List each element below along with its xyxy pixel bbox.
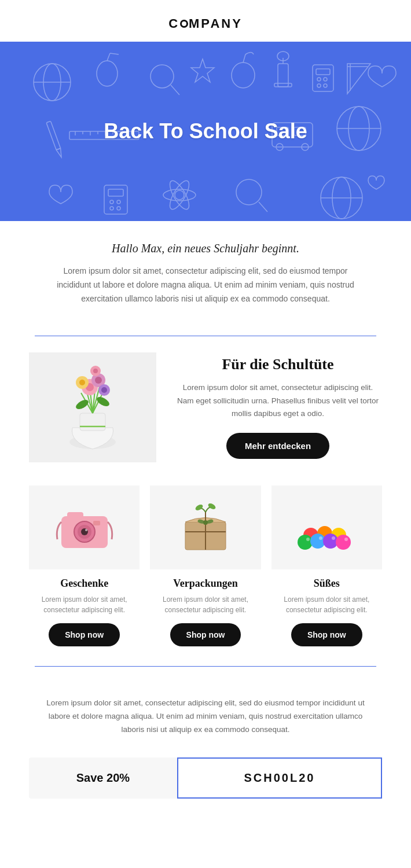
svg-point-97 <box>323 534 338 549</box>
svg-rect-85 <box>93 521 100 525</box>
svg-point-76 <box>101 387 107 393</box>
coupon-section: Save 20% SCH00L20 <box>29 757 382 799</box>
product-card-verpackungen: Verpackungen Lorem ipsum dolor sit amet,… <box>150 486 260 646</box>
products-section: Geschenke Lorem ipsum dolor sit amet, co… <box>0 480 411 652</box>
shop-now-button-verpackungen[interactable]: Shop now <box>170 623 241 646</box>
feature-image <box>29 352 156 462</box>
feature-title: Für die Schultüte <box>174 356 382 373</box>
svg-rect-59 <box>80 413 105 431</box>
hero-title: Back To School Sale <box>104 119 307 144</box>
svg-marker-25 <box>56 148 64 158</box>
svg-rect-24 <box>46 121 61 150</box>
header: CMPANY <box>0 0 411 42</box>
product-desc-verpackungen: Lorem ipsum dolor sit amet, consectetur … <box>150 594 260 615</box>
svg-rect-44 <box>108 189 123 196</box>
company-logo: CMPANY <box>168 16 243 31</box>
feature-content: Für die Schultüte Lorem ipsum dolor sit … <box>174 356 382 459</box>
footer-divider <box>35 666 376 667</box>
svg-rect-80 <box>67 512 83 520</box>
shop-now-button-geschenke[interactable]: Shop now <box>49 623 120 646</box>
flower-vase-icon <box>41 358 145 457</box>
footer-body: Lorem ipsum dolor sit amet, consectetur … <box>46 697 365 737</box>
svg-point-78 <box>93 369 98 373</box>
svg-point-19 <box>317 84 321 87</box>
product-image-geschenke <box>29 486 140 569</box>
product-image-verpackungen <box>150 486 260 569</box>
svg-point-100 <box>319 536 322 540</box>
svg-line-54 <box>259 202 267 212</box>
svg-point-6 <box>151 65 174 88</box>
svg-point-17 <box>317 78 321 81</box>
svg-point-48 <box>117 207 120 210</box>
svg-line-7 <box>171 85 179 95</box>
coupon-code: SCH00L20 <box>177 757 382 799</box>
candy-icon <box>295 496 358 560</box>
svg-point-91 <box>207 502 216 510</box>
shop-now-button-sueszes[interactable]: Shop now <box>291 623 362 646</box>
svg-point-72 <box>95 377 102 384</box>
svg-line-4 <box>107 53 110 61</box>
package-icon <box>174 496 237 560</box>
product-name-geschenke: Geschenke <box>60 578 108 590</box>
svg-point-101 <box>332 536 335 540</box>
hero-banner: Back To School Sale <box>0 42 411 221</box>
svg-point-18 <box>324 78 327 81</box>
svg-point-84 <box>85 529 87 531</box>
mehr-entdecken-button[interactable]: Mehr entdecken <box>226 433 329 459</box>
svg-line-10 <box>243 54 245 62</box>
svg-point-98 <box>336 535 351 550</box>
email-wrapper: CMPANY <box>0 0 411 868</box>
svg-line-5 <box>110 53 119 54</box>
product-image-sueszes <box>271 486 382 569</box>
svg-point-9 <box>232 62 255 88</box>
feature-body: Lorem ipsum dolor sit amet, consectetur … <box>174 381 382 420</box>
feature-section: Für die Schultüte Lorem ipsum dolor sit … <box>0 352 411 480</box>
svg-point-95 <box>298 535 313 550</box>
svg-point-68 <box>96 395 111 408</box>
svg-point-49 <box>175 190 184 200</box>
product-card-geschenke: Geschenke Lorem ipsum dolor sit amet, co… <box>29 486 140 646</box>
svg-point-50 <box>163 189 196 201</box>
svg-rect-16 <box>316 69 330 75</box>
camera-icon <box>53 496 116 560</box>
product-card-sueszes: Süßes Lorem ipsum dolor sit amet, consec… <box>271 486 382 646</box>
svg-marker-8 <box>191 59 214 82</box>
coupon-label: Save 20% <box>29 759 177 797</box>
footer-text-section: Lorem ipsum dolor sit amet, consectetur … <box>0 683 411 742</box>
product-name-sueszes: Süßes <box>314 578 340 590</box>
svg-marker-21 <box>347 64 370 94</box>
svg-point-47 <box>110 207 113 210</box>
svg-rect-12 <box>274 83 292 87</box>
svg-point-99 <box>306 538 310 541</box>
intro-greeting: Hallo Max, ein neues Schuljahr beginnt. <box>46 242 365 255</box>
product-desc-geschenke: Lorem ipsum dolor sit amet, consectetur … <box>29 594 140 615</box>
product-desc-sueszes: Lorem ipsum dolor sit amet, consectetur … <box>271 594 382 615</box>
svg-point-89 <box>203 520 208 525</box>
intro-section: Hallo Max, ein neues Schuljahr beginnt. … <box>0 221 411 319</box>
section-divider <box>35 336 376 336</box>
logo-o-icon <box>180 20 188 28</box>
svg-point-45 <box>110 200 113 204</box>
svg-point-74 <box>79 380 85 385</box>
product-name-verpackungen: Verpackungen <box>173 578 237 590</box>
svg-point-46 <box>117 200 120 204</box>
svg-point-53 <box>236 179 262 205</box>
svg-point-20 <box>324 84 327 87</box>
svg-point-90 <box>195 503 204 512</box>
svg-point-102 <box>344 538 348 541</box>
intro-body: Lorem ipsum dolor sit amet, consectetur … <box>46 264 365 306</box>
svg-point-3 <box>97 61 118 86</box>
